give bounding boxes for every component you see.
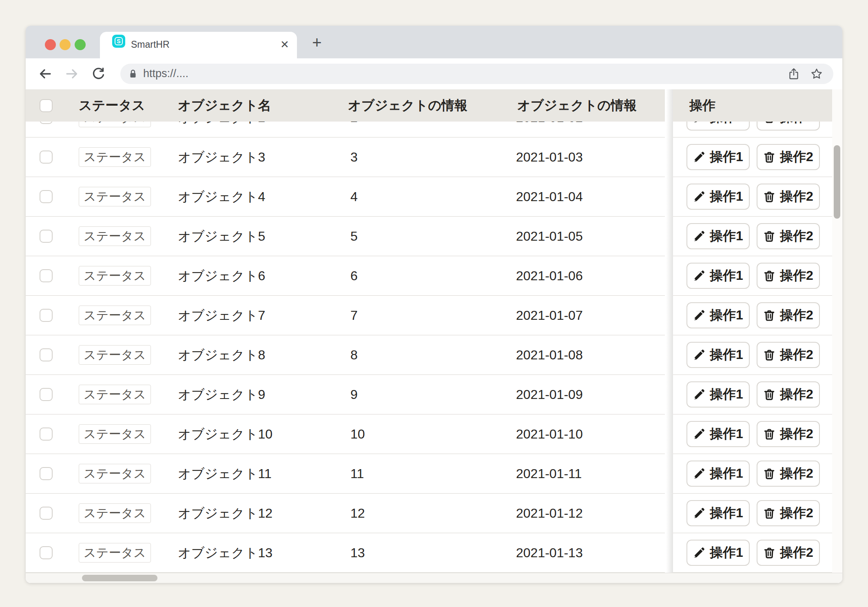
header-object-info2: オブジェクトの情報 — [517, 89, 637, 122]
browser-tab[interactable]: S SmartHR ✕ — [100, 32, 297, 58]
table-row: ステータス オブジェクト13 13 2021-01-13 操作1 — [26, 533, 832, 573]
table-row-actions: 操作1 操作2 — [673, 177, 832, 217]
action2-button[interactable]: 操作2 — [757, 540, 820, 566]
status-badge: ステータス — [79, 424, 151, 444]
reload-icon[interactable] — [91, 66, 106, 81]
action2-button[interactable]: 操作2 — [757, 223, 820, 249]
trash-icon — [763, 349, 775, 361]
row-checkbox[interactable] — [40, 507, 53, 520]
action1-button[interactable]: 操作1 — [686, 381, 750, 408]
pencil-icon — [693, 428, 705, 440]
action1-button[interactable]: 操作1 — [686, 500, 750, 526]
browser-window: S SmartHR ✕ + — [26, 26, 842, 583]
action2-label: 操作2 — [780, 306, 813, 324]
action1-button[interactable]: 操作1 — [686, 302, 750, 328]
pencil-icon — [693, 230, 705, 242]
row-checkbox[interactable] — [40, 151, 53, 164]
action1-button[interactable]: 操作1 — [686, 184, 750, 210]
lock-icon — [128, 69, 138, 79]
row-checkbox[interactable] — [40, 546, 53, 559]
object-info2-cell: 2021-01-07 — [516, 296, 583, 335]
status-badge: ステータス — [79, 187, 151, 206]
trash-icon — [763, 507, 775, 519]
action1-label: 操作1 — [710, 425, 743, 443]
new-tab-button[interactable]: + — [308, 34, 326, 52]
action2-button[interactable]: 操作2 — [757, 144, 820, 170]
table-row: ステータス オブジェクト11 11 2021-01-11 操作1 — [26, 454, 832, 494]
status-badge-label: ステータス — [84, 426, 146, 443]
action1-label: 操作1 — [710, 148, 743, 166]
action2-label: 操作2 — [780, 227, 813, 245]
action1-label: 操作1 — [710, 306, 743, 324]
table-row-actions: 操作1 操作2 — [673, 375, 832, 414]
row-checkbox[interactable] — [40, 467, 53, 480]
status-badge: ステータス — [79, 345, 151, 365]
status-badge: ステータス — [79, 385, 151, 404]
row-checkbox[interactable] — [40, 388, 53, 401]
table-header: ステータス オブジェクト名 オブジェクトの情報 オブジェクトの情報 — [26, 89, 665, 122]
row-checkbox[interactable] — [40, 309, 53, 322]
status-badge-label: ステータス — [84, 545, 146, 561]
action2-label: 操作2 — [780, 425, 813, 443]
back-icon[interactable] — [38, 66, 53, 81]
row-checkbox[interactable] — [40, 190, 53, 203]
action1-button[interactable]: 操作1 — [686, 223, 750, 249]
action2-button[interactable]: 操作2 — [757, 381, 820, 408]
table-row: ステータス オブジェクト8 8 2021-01-08 操作1 — [26, 335, 832, 375]
bookmark-star-icon[interactable] — [810, 67, 823, 80]
horizontal-scrollbar-thumb[interactable] — [82, 575, 157, 581]
action1-button[interactable]: 操作1 — [686, 421, 750, 447]
window-close-button[interactable] — [45, 39, 56, 50]
action2-button[interactable]: 操作2 — [757, 184, 820, 210]
action1-button[interactable]: 操作1 — [686, 342, 750, 368]
status-badge-label: ステータス — [84, 386, 146, 403]
object-info2-cell: 2021-01-05 — [516, 217, 583, 256]
row-checkbox[interactable] — [40, 348, 53, 361]
action2-button[interactable]: 操作2 — [757, 500, 820, 526]
status-badge-label: ステータス — [84, 188, 146, 205]
horizontal-scrollbar[interactable] — [26, 573, 842, 583]
object-info1-cell: 7 — [350, 296, 358, 335]
pinned-column-shadow — [665, 89, 673, 573]
row-checkbox[interactable] — [40, 269, 53, 282]
status-badge: ステータス — [79, 543, 151, 563]
vertical-scrollbar[interactable] — [832, 89, 842, 573]
status-badge-label: ステータス — [84, 307, 146, 324]
action2-label: 操作2 — [780, 385, 813, 403]
action1-button[interactable]: 操作1 — [686, 461, 750, 487]
action1-label: 操作1 — [710, 227, 743, 245]
table-row-main: ステータス オブジェクト11 11 2021-01-11 — [26, 454, 665, 494]
object-name-cell: オブジェクト6 — [178, 256, 265, 296]
action1-button[interactable]: 操作1 — [686, 540, 750, 566]
table-row-actions: 操作1 操作2 — [673, 256, 832, 296]
select-all-checkbox[interactable] — [40, 99, 53, 112]
table-row: ステータス オブジェクト9 9 2021-01-09 操作1 — [26, 375, 832, 414]
share-icon[interactable] — [787, 67, 800, 80]
action2-button[interactable]: 操作2 — [757, 263, 820, 289]
header-actions: 操作 — [689, 89, 715, 122]
window-minimize-button[interactable] — [60, 39, 71, 50]
header-object-info1: オブジェクトの情報 — [348, 89, 467, 122]
tab-close-icon[interactable]: ✕ — [278, 32, 291, 58]
action1-button[interactable]: 操作1 — [686, 263, 750, 289]
action2-label: 操作2 — [780, 188, 813, 206]
table-row-main: ステータス オブジェクト7 7 2021-01-07 — [26, 296, 665, 335]
action2-button[interactable]: 操作2 — [757, 302, 820, 328]
row-checkbox[interactable] — [40, 428, 53, 441]
object-info1-cell: 12 — [350, 494, 365, 533]
action1-button[interactable]: 操作1 — [686, 144, 750, 170]
object-name-cell: オブジェクト4 — [178, 177, 265, 217]
forward-icon[interactable] — [64, 66, 79, 81]
table-row-main: ステータス オブジェクト6 6 2021-01-06 — [26, 256, 665, 296]
action2-button[interactable]: 操作2 — [757, 461, 820, 487]
address-bar[interactable]: https://.... — [120, 64, 833, 84]
row-checkbox[interactable] — [40, 230, 53, 243]
trash-icon — [763, 467, 775, 480]
action2-button[interactable]: 操作2 — [757, 421, 820, 447]
status-badge: ステータス — [79, 464, 151, 483]
action2-button[interactable]: 操作2 — [757, 342, 820, 368]
vertical-scrollbar-thumb[interactable] — [834, 145, 840, 219]
trash-icon — [763, 309, 775, 321]
window-zoom-button[interactable] — [75, 39, 86, 50]
tab-title: SmartHR — [131, 32, 170, 58]
